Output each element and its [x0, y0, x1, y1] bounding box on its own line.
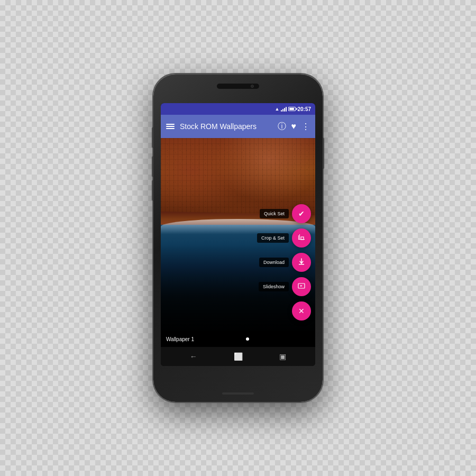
- quick-set-label: Quick Set: [260, 209, 289, 218]
- signal-bar-1: [281, 110, 282, 112]
- crop-set-button[interactable]: [292, 228, 311, 248]
- back-nav-icon[interactable]: ←: [190, 352, 197, 361]
- fab-item-quick-set: Quick Set ✔: [260, 204, 311, 223]
- screen-content: ▲ 20:57: [161, 103, 315, 366]
- camera-dot: [251, 85, 254, 88]
- fab-item-crop-set: Crop & Set: [257, 228, 311, 248]
- app-bar: Stock ROM Wallpapers ⓘ ♥ ⋮: [161, 115, 315, 138]
- close-icon: ✕: [298, 307, 305, 315]
- page-indicator-dot: [246, 337, 249, 341]
- info-icon[interactable]: ⓘ: [278, 121, 286, 132]
- status-icons: ▲ 20:57: [275, 106, 312, 112]
- phone-body: ▲ 20:57: [153, 74, 323, 402]
- app-title: Stock ROM Wallpapers: [180, 122, 272, 131]
- fab-item-download: Download: [259, 253, 311, 272]
- home-nav-icon[interactable]: ⬜: [234, 352, 243, 361]
- status-time: 20:57: [297, 106, 311, 112]
- download-icon: [298, 258, 305, 267]
- signal-bar-4: [286, 107, 287, 112]
- more-options-icon[interactable]: ⋮: [301, 122, 310, 132]
- spacer: ___: [301, 336, 310, 342]
- crop-set-label: Crop & Set: [257, 233, 289, 243]
- crop-set-icon: [298, 234, 305, 242]
- fab-item-close: ✕: [292, 301, 311, 321]
- hamburger-menu-icon[interactable]: [166, 124, 175, 129]
- phone-home-bar: [222, 392, 254, 395]
- battery-fill: [289, 108, 294, 111]
- signal-bar-3: [284, 108, 285, 112]
- quick-set-button[interactable]: ✔: [292, 204, 311, 223]
- recents-nav-icon[interactable]: ▣: [279, 352, 286, 361]
- close-fab-button[interactable]: ✕: [292, 301, 311, 321]
- fab-item-slideshow: Slideshow: [259, 277, 311, 296]
- wallpaper-label: Wallpaper 1: [166, 336, 194, 342]
- slideshow-label: Slideshow: [259, 282, 289, 291]
- slideshow-button[interactable]: [292, 277, 311, 296]
- battery-icon: [288, 107, 296, 111]
- signal-bar-2: [282, 109, 283, 112]
- favorite-icon[interactable]: ♥: [291, 122, 297, 131]
- download-label: Download: [259, 258, 289, 267]
- svg-marker-2: [300, 285, 303, 287]
- status-bar: ▲ 20:57: [161, 103, 315, 115]
- fab-menu: Quick Set ✔ Crop & Set: [257, 204, 311, 321]
- wifi-icon: ▲: [275, 106, 280, 112]
- quick-set-icon: ✔: [298, 210, 305, 217]
- phone-speaker: [217, 84, 259, 89]
- phone-mockup: ▲ 20:57: [153, 74, 323, 402]
- download-button[interactable]: [292, 253, 311, 272]
- signal-icon: [281, 106, 287, 112]
- wallpaper-container: Quick Set ✔ Crop & Set: [161, 138, 315, 331]
- slideshow-icon: [298, 282, 305, 291]
- navigation-bar: ← ⬜ ▣: [161, 347, 315, 366]
- phone-screen: ▲ 20:57: [161, 103, 315, 366]
- bottom-info-bar: Wallpaper 1 ___: [161, 331, 315, 347]
